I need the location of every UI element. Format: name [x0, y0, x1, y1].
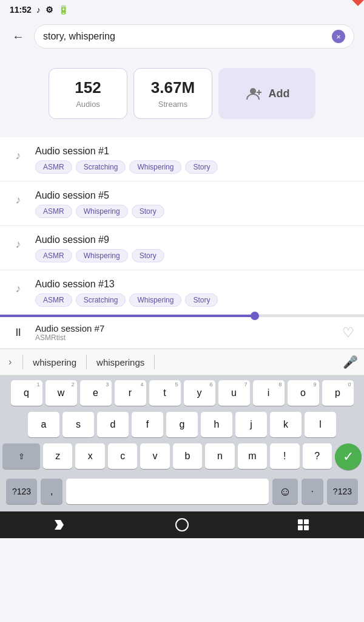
- keyboard-key-e[interactable]: 3e: [80, 380, 112, 406]
- audio-session-info: Audio session #5ASMRWhisperingStory: [35, 190, 354, 218]
- autocomplete-bar: › whispering whisperings 🎤: [0, 349, 364, 375]
- audio-session-item-3[interactable]: ♪Audio session #9ASMRWhisperingStory: [0, 226, 364, 270]
- keyboard-row-3: ⇧zxcvbnm!?✓: [2, 443, 362, 470]
- audio-session-item-1[interactable]: ♪Audio session #1ASMRScratchingWhisperin…: [0, 137, 364, 182]
- audio-tag[interactable]: Scratching: [76, 293, 126, 307]
- keyboard-key-w[interactable]: 2w: [46, 380, 77, 406]
- keyboard: 1q2w3e4r5t6y7u8i9o0p asdfghjkl ⇧zxcvbnm!…: [0, 375, 364, 511]
- microphone-icon[interactable]: 🎤: [343, 355, 358, 369]
- settings-icon: ⚙: [46, 5, 53, 15]
- keyboard-emoji-key[interactable]: ☺: [272, 479, 298, 504]
- keyboard-key-r[interactable]: 4r: [115, 380, 146, 406]
- keyboard-key-b[interactable]: b: [173, 443, 202, 469]
- audio-session-item-2[interactable]: ♪Audio session #5ASMRWhisperingStory: [0, 182, 364, 226]
- svg-rect-5: [298, 519, 303, 524]
- battery-icon: 🔋: [58, 5, 69, 15]
- audio-tag[interactable]: Whispering: [76, 249, 128, 262]
- keyboard-shift-key[interactable]: ⇧: [2, 443, 40, 469]
- search-input[interactable]: [43, 31, 332, 42]
- svg-rect-7: [298, 525, 303, 530]
- audio-session-title: Audio session #13: [35, 279, 354, 290]
- audio-tag[interactable]: Whispering: [76, 205, 128, 218]
- keyboard-key-i[interactable]: 8i: [253, 380, 285, 406]
- autocomplete-divider-3: [154, 355, 155, 369]
- streams-stat-card: 3.67M Streams: [133, 68, 212, 119]
- keyboard-key-k[interactable]: k: [270, 412, 302, 437]
- keyboard-key-o[interactable]: 9o: [288, 380, 319, 406]
- audio-tag[interactable]: ASMR: [35, 205, 72, 218]
- audio-tag[interactable]: ASMR: [35, 249, 72, 262]
- music-icon: ♪: [36, 5, 41, 15]
- keyboard-key-z[interactable]: z: [43, 443, 72, 469]
- keyboard-key-v[interactable]: v: [140, 443, 169, 469]
- playing-subtitle: ASMRtist: [35, 333, 334, 342]
- keyboard-key-m[interactable]: m: [238, 443, 267, 469]
- audios-label: Audios: [55, 100, 121, 109]
- keyboard-key-c[interactable]: c: [108, 443, 137, 469]
- progress-bar[interactable]: [0, 315, 364, 317]
- keyboard-key-l[interactable]: l: [305, 412, 336, 437]
- audio-tag[interactable]: Story: [132, 249, 164, 262]
- keyboard-key-t[interactable]: 5t: [149, 380, 181, 406]
- keyboard-key-![interactable]: !: [270, 443, 299, 469]
- nav-home-button[interactable]: [170, 513, 194, 537]
- keyboard-done-key[interactable]: ✓: [335, 443, 362, 470]
- audio-tag[interactable]: ASMR: [35, 293, 72, 307]
- keyboard-key-s[interactable]: s: [62, 412, 94, 437]
- status-bar: 11:52 ♪ ⚙ 🔋 DEBUG: [0, 0, 364, 19]
- favorite-button[interactable]: ♡: [342, 325, 354, 341]
- audio-tag[interactable]: Story: [185, 160, 218, 174]
- audio-tag[interactable]: ASMR: [35, 160, 72, 174]
- audio-tag[interactable]: Whispering: [129, 293, 181, 307]
- audio-tag[interactable]: Whispering: [129, 160, 181, 174]
- keyboard-comma-key[interactable]: ,: [41, 479, 62, 504]
- keyboard-key-x[interactable]: x: [75, 443, 104, 469]
- autocomplete-suggestion-1[interactable]: whispering: [27, 357, 83, 367]
- keyboard-key-h[interactable]: h: [201, 412, 232, 437]
- back-button[interactable]: ←: [10, 28, 27, 45]
- autocomplete-suggestion-2[interactable]: whisperings: [90, 357, 150, 367]
- keyboard-num-button-2[interactable]: ?123: [327, 479, 358, 504]
- keyboard-key-a[interactable]: a: [28, 412, 59, 437]
- audio-session-info: Audio session #9ASMRWhisperingStory: [35, 234, 354, 262]
- audio-session-title: Audio session #5: [35, 190, 354, 201]
- audio-session-info: Audio session #13ASMRScratchingWhisperin…: [35, 279, 354, 307]
- progress-thumb[interactable]: [251, 312, 259, 320]
- keyboard-key-p[interactable]: 0p: [322, 380, 354, 406]
- autocomplete-divider: [22, 355, 23, 369]
- keyboard-dot-key[interactable]: ·: [302, 479, 323, 504]
- debug-badge: DEBUG: [337, 0, 364, 6]
- streams-count: 3.67M: [140, 78, 206, 97]
- keyboard-key-j[interactable]: j: [235, 412, 267, 437]
- audio-tag[interactable]: Story: [185, 293, 218, 307]
- audio-session-icon: ♪: [10, 147, 27, 164]
- keyboard-key-f[interactable]: f: [132, 412, 163, 437]
- pause-button[interactable]: ⏸: [10, 324, 27, 341]
- keyboard-num-button[interactable]: ?123: [6, 479, 37, 504]
- keyboard-key-g[interactable]: g: [166, 412, 198, 437]
- audio-tag[interactable]: Story: [132, 205, 164, 218]
- progress-bar-fill: [0, 315, 255, 317]
- nav-back-button[interactable]: [49, 513, 73, 537]
- audio-session-icon: ♪: [10, 280, 27, 297]
- search-clear-button[interactable]: ×: [332, 30, 345, 43]
- keyboard-key-?[interactable]: ?: [303, 443, 332, 469]
- playing-item: ⏸ Audio session #7 ASMRtist ♡: [0, 317, 364, 349]
- keyboard-space-key[interactable]: [66, 479, 269, 504]
- keyboard-key-d[interactable]: d: [97, 412, 129, 437]
- audio-session-tags: ASMRScratchingWhisperingStory: [35, 293, 354, 307]
- nav-recents-button[interactable]: [291, 513, 315, 537]
- keyboard-key-u[interactable]: 7u: [218, 380, 250, 406]
- add-button[interactable]: Add: [218, 68, 315, 119]
- audio-tag[interactable]: Scratching: [76, 160, 126, 174]
- audio-session-item-4[interactable]: ♪Audio session #13ASMRScratchingWhisperi…: [0, 270, 364, 315]
- svg-point-0: [250, 88, 256, 94]
- playing-info: Audio session #7 ASMRtist: [35, 323, 334, 342]
- autocomplete-expand-button[interactable]: ›: [6, 354, 14, 370]
- keyboard-bottom-row: ?123 , ☺ · ?123: [2, 476, 362, 509]
- keyboard-key-q[interactable]: 1q: [11, 380, 42, 406]
- nav-bar: [0, 511, 364, 538]
- keyboard-key-y[interactable]: 6y: [184, 380, 215, 406]
- keyboard-key-n[interactable]: n: [205, 443, 234, 469]
- add-person-icon: [244, 84, 264, 103]
